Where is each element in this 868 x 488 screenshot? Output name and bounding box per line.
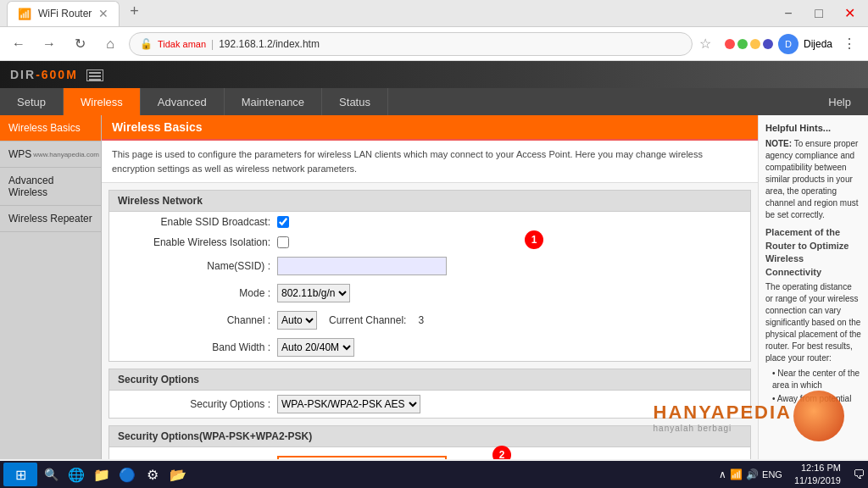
help-section-text: The operating distance or range of your …	[765, 281, 861, 364]
help-note: NOTE: To ensure proper agency compliance…	[765, 138, 861, 221]
url-text: 192.168.1.2/index.htm	[219, 38, 320, 50]
forward-button[interactable]: →	[37, 32, 61, 56]
tab-advanced[interactable]: Advanced	[141, 88, 225, 115]
current-channel-value: 3	[418, 314, 424, 326]
page-description: This page is used to configure the param…	[102, 141, 758, 183]
channel-label: Channel :	[118, 314, 270, 326]
tab-wifi-icon: 📶	[18, 8, 31, 20]
taskbar-settings[interactable]: ⚙	[141, 463, 164, 486]
help-note-text: To ensure proper agency compliance and c…	[765, 139, 859, 219]
ssid-name-input[interactable]	[277, 257, 447, 275]
sidebar-item-advanced-wireless[interactable]: Advanced Wireless	[0, 168, 101, 206]
minimize-button[interactable]: −	[776, 2, 800, 25]
tab-setup[interactable]: Setup	[0, 88, 64, 115]
tab-maintenance[interactable]: Maintenance	[225, 88, 322, 115]
home-button[interactable]: ⌂	[98, 32, 122, 56]
annotation-2: 2	[492, 446, 511, 459]
tray-network-icon[interactable]: 📶	[730, 469, 743, 480]
wireless-network-section: Wireless Network Enable SSID Broadcast: …	[108, 190, 751, 362]
channel-row: Channel : Auto Current Channel: 3	[109, 307, 750, 334]
taskbar-files[interactable]: 📂	[166, 463, 190, 486]
security-options-title: Security Options	[109, 369, 750, 391]
bandwidth-label: Band Width :	[118, 341, 270, 353]
current-channel-label: Current Channel:	[329, 314, 406, 326]
sidebar-item-wireless-basics[interactable]: Wireless Basics	[0, 115, 101, 141]
psk-row: Pre-Shared Key: 1234 (8-63 characters or…	[109, 447, 750, 459]
mode-label: Mode :	[118, 287, 270, 299]
tab-close-btn[interactable]: ✕	[98, 7, 108, 20]
tab-help[interactable]: Help	[811, 88, 868, 115]
taskbar-explorer[interactable]: 📁	[90, 463, 114, 486]
wireless-network-title: Wireless Network	[109, 191, 750, 212]
ssid-name-row: Name(SSID) :	[109, 252, 750, 280]
main-content: Wireless Basics This page is used to con…	[102, 115, 758, 459]
security-options-row: Security Options : WPA-PSK/WPA2-PSK AES	[109, 391, 750, 418]
taskbar-search[interactable]: 🔍	[39, 463, 63, 486]
menu-button[interactable]: ⋮	[837, 32, 861, 56]
profile-avatar: D	[778, 34, 798, 54]
enable-isolation-checkbox[interactable]	[277, 236, 289, 248]
wps-badge: www.hanyapedia.com	[33, 151, 99, 158]
taskbar-datetime: 12:16 PM 11/19/2019	[787, 462, 848, 488]
router-logo: DIR-600M	[10, 68, 103, 81]
help-bullet-1: Near the center of the area in which	[765, 368, 861, 391]
enable-isolation-label: Enable Wireless Isolation:	[118, 236, 270, 248]
tab-status[interactable]: Status	[322, 88, 388, 115]
channel-select[interactable]: Auto	[277, 311, 317, 330]
taskbar-time-text: 12:16 PM	[794, 462, 841, 474]
enable-isolation-row: Enable Wireless Isolation: 1	[109, 232, 750, 252]
back-button[interactable]: ←	[7, 32, 31, 56]
security-options-select[interactable]: WPA-PSK/WPA2-PSK AES	[277, 395, 420, 413]
bandwidth-select[interactable]: Auto 20/40M	[277, 338, 354, 357]
annotation-1: 1	[525, 230, 543, 249]
start-button[interactable]: ⊞	[3, 463, 37, 486]
taskbar-chrome[interactable]: 🔵	[115, 463, 139, 486]
taskbar-edge[interactable]: 🌐	[64, 463, 88, 486]
psk-section: Security Options(WPA-PSK+WPA2-PSK) Pre-S…	[108, 425, 751, 459]
ssid-name-label: Name(SSID) :	[118, 260, 270, 272]
new-tab-button[interactable]: +	[130, 3, 139, 20]
nav-tabs: Setup Wireless Advanced Maintenance Stat…	[0, 88, 868, 115]
psk-input[interactable]: 1234	[277, 456, 447, 459]
bandwidth-row: Band Width : Auto 20/40M	[109, 334, 750, 361]
mode-select[interactable]: 802.11b/g/n	[277, 284, 350, 302]
taskbar: ⊞ 🔍 🌐 📁 🔵 ⚙ 📂 ∧ 📶 🔊 ENG	[0, 461, 868, 488]
not-secure-icon: 🔓	[140, 38, 153, 50]
address-bar[interactable]: 🔓 Tidak aman | 192.168.1.2/index.htm	[129, 32, 693, 56]
security-options-section: Security Options Security Options : WPA-…	[108, 369, 751, 419]
mode-row: Mode : 802.11b/g/n	[109, 280, 750, 307]
enable-ssid-checkbox[interactable]	[277, 216, 289, 228]
taskbar-date-text: 11/19/2019	[794, 474, 841, 487]
tray-up-arrow[interactable]: ∧	[719, 469, 726, 480]
not-secure-text: Tidak aman	[158, 39, 206, 49]
help-section-title: Placement of the Router to Optimize Wire…	[765, 226, 861, 279]
maximize-button[interactable]: □	[807, 2, 831, 25]
tray-volume-icon[interactable]: 🔊	[746, 469, 759, 480]
enable-ssid-row: Enable SSID Broadcast:	[109, 212, 750, 232]
sidebar-item-wps[interactable]: WPS www.hanyapedia.com	[0, 141, 101, 168]
system-tray: ∧ 📶 🔊 ENG	[719, 469, 782, 480]
help-note-title: NOTE:	[765, 139, 792, 148]
security-options-label: Security Options :	[118, 398, 270, 410]
close-window-button[interactable]: ✕	[837, 2, 861, 25]
bookmark-button[interactable]: ☆	[699, 36, 711, 52]
tray-lang: ENG	[762, 469, 782, 480]
tab-wireless[interactable]: Wireless	[64, 88, 141, 115]
help-title: Helpful Hints...	[765, 122, 861, 135]
enable-ssid-label: Enable SSID Broadcast:	[118, 216, 270, 228]
tab-title: WiFi Router	[38, 8, 92, 19]
sidebar-item-wireless-repeater[interactable]: Wireless Repeater	[0, 206, 101, 232]
refresh-button[interactable]: ↻	[68, 32, 92, 56]
browser-tab[interactable]: 📶 WiFi Router ✕	[7, 1, 120, 26]
page-title: Wireless Basics	[102, 115, 758, 141]
help-bullet-2: Away from potential	[765, 393, 861, 405]
psk-section-title: Security Options(WPA-PSK+WPA2-PSK)	[109, 426, 750, 447]
taskbar-notification[interactable]: 🗨	[853, 468, 865, 481]
help-panel: Helpful Hints... NOTE: To ensure proper …	[758, 115, 868, 459]
profile-name: Dijeda	[804, 38, 832, 50]
sidebar: Wireless Basics WPS www.hanyapedia.com A…	[0, 115, 102, 459]
